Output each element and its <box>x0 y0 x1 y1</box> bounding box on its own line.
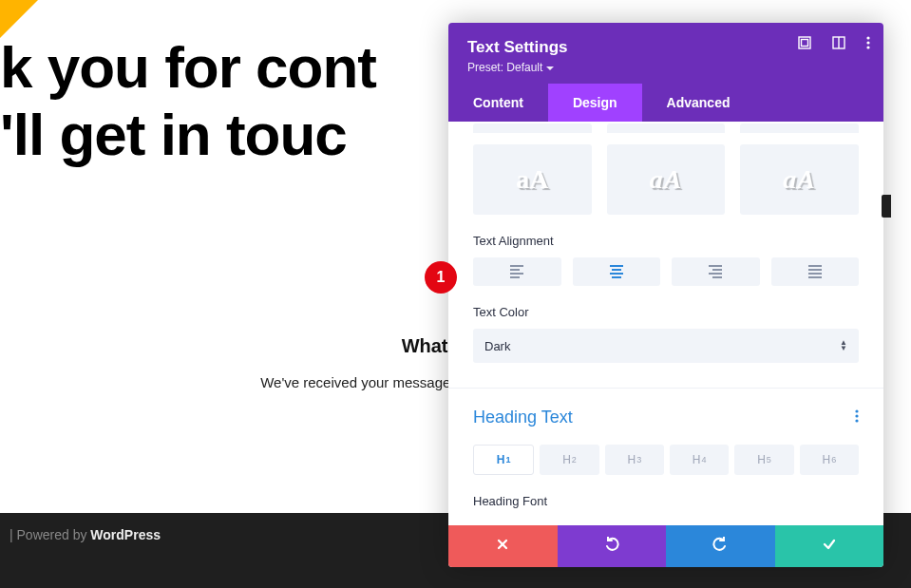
heading-tab-h4[interactable]: H4 <box>670 445 729 475</box>
panel-footer <box>448 525 883 567</box>
text-settings-panel: Text Settings Preset: Default Content De… <box>448 23 883 567</box>
heading-tab-h3[interactable]: H3 <box>605 445 664 475</box>
discard-button[interactable] <box>448 525 558 567</box>
snap-icon[interactable] <box>832 36 845 52</box>
heading-text-section-header[interactable]: Heading Text <box>473 408 859 427</box>
heading-tab-h1[interactable]: H1 <box>473 445 534 475</box>
heading-font-label: Heading Font <box>473 494 859 508</box>
text-style-option-a[interactable]: aA <box>473 144 592 215</box>
section-divider <box>448 388 883 389</box>
annotation-marker-1: 1 <box>425 261 457 294</box>
footer-brand: WordPress <box>90 527 161 542</box>
svg-point-5 <box>866 41 869 44</box>
svg-rect-0 <box>799 37 810 48</box>
settings-tabs: Content Design Advanced <box>448 84 883 122</box>
preset-dropdown[interactable]: Preset: Default <box>467 61 864 74</box>
panel-header[interactable]: Text Settings Preset: Default <box>448 23 883 84</box>
text-color-label: Text Color <box>473 305 859 319</box>
footer-prefix: | Powered by <box>9 527 90 542</box>
svg-point-7 <box>855 409 858 412</box>
expand-icon[interactable] <box>798 36 811 52</box>
kebab-menu-icon[interactable] <box>855 409 859 427</box>
heading-level-tabs: H1 H2 H3 H4 H5 H6 <box>473 445 859 475</box>
text-style-option-b[interactable]: aA <box>607 144 726 215</box>
aa-preview-icon: aA <box>650 164 683 195</box>
style-option-2[interactable] <box>607 123 726 133</box>
text-color-value: Dark <box>484 339 510 353</box>
confirm-button[interactable] <box>775 525 884 567</box>
preset-label: Preset: Default <box>467 61 542 74</box>
text-alignment-label: Text Alignment <box>473 234 859 248</box>
svg-point-9 <box>855 419 858 422</box>
aa-preview-icon: aA <box>783 164 816 195</box>
svg-point-6 <box>866 46 869 48</box>
svg-point-4 <box>866 36 869 39</box>
align-center-button[interactable] <box>573 257 661 286</box>
close-icon <box>496 538 509 555</box>
panel-edge-handle[interactable] <box>882 195 891 218</box>
svg-point-8 <box>855 414 858 417</box>
undo-icon <box>604 537 619 556</box>
text-color-select[interactable]: Dark ▲▼ <box>473 329 859 363</box>
select-arrows-icon: ▲▼ <box>840 340 847 351</box>
text-style-option-c[interactable]: aA <box>740 144 859 215</box>
heading-tab-h6[interactable]: H6 <box>800 445 859 475</box>
panel-body[interactable]: aA aA aA Text Alignment Text Color Dark … <box>448 122 883 525</box>
align-right-button[interactable] <box>672 257 760 286</box>
chevron-down-icon <box>546 66 554 70</box>
style-option-1[interactable] <box>473 123 592 133</box>
aa-preview-icon: aA <box>516 164 548 195</box>
align-left-button[interactable] <box>473 257 561 286</box>
corner-accent <box>0 0 38 38</box>
text-alignment-row <box>473 257 859 286</box>
check-icon <box>822 537 837 556</box>
redo-icon <box>712 537 728 556</box>
undo-button[interactable] <box>558 525 667 567</box>
kebab-menu-icon[interactable] <box>866 36 870 52</box>
heading-tab-h2[interactable]: H2 <box>540 445 598 475</box>
tab-advanced[interactable]: Advanced <box>642 84 755 122</box>
heading-text-title: Heading Text <box>473 408 573 427</box>
style-option-3[interactable] <box>740 123 859 133</box>
redo-button[interactable] <box>666 525 775 567</box>
tab-content[interactable]: Content <box>448 84 548 122</box>
align-justify-button[interactable] <box>771 257 860 286</box>
heading-tab-h5[interactable]: H5 <box>734 445 793 475</box>
tab-design[interactable]: Design <box>548 84 642 122</box>
svg-rect-1 <box>802 40 808 47</box>
